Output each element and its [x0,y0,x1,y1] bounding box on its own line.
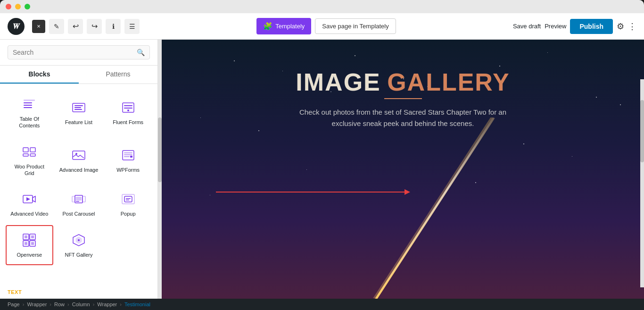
main-layout: 🔍 Blocks Patterns [0,40,644,299]
advanced-image-icon [70,147,87,164]
sidebar-search-area: 🔍 [0,40,157,66]
settings-icon[interactable]: ⚙ [617,21,624,32]
breadcrumb-sep-1: › [23,302,25,307]
content-scrollbar-handle [640,100,644,162]
svg-rect-0 [24,100,35,101]
svg-rect-2 [24,105,32,106]
undo-button[interactable]: ↩ [68,19,83,34]
save-draft-button[interactable]: Save draft [513,23,541,30]
block-item-nft-gallery[interactable]: NFT Gallery [55,225,103,265]
block-item-openverse[interactable]: Openverse [6,225,53,265]
minimize-button[interactable] [15,4,21,9]
close-button[interactable] [6,4,11,9]
sidebar-scrollbar[interactable] [158,40,162,299]
svg-rect-32 [126,198,131,199]
pen-tool-button[interactable]: ✎ [49,19,64,34]
svg-rect-16 [73,151,85,159]
breadcrumb-sep-3: › [67,302,69,307]
breadcrumb-bar: Page › Wrapper › Row › Column › Wrapper … [0,299,644,310]
fluent-forms-icon [120,99,137,116]
red-arrow [216,189,410,195]
toolbar: 𝑾 × ✎ ↩ ↪ ℹ ☰ 🧩 Templately Save page in … [0,13,644,40]
svg-rect-26 [72,196,75,202]
svg-rect-38 [25,235,27,238]
svg-rect-15 [30,154,35,156]
svg-rect-21 [124,156,130,157]
wp-logo: 𝑾 [8,18,25,35]
openverse-icon [21,232,38,249]
sidebar: 🔍 Blocks Patterns [0,40,158,299]
svg-rect-10 [124,108,132,109]
section-label-text: TEXT [0,285,157,299]
preview-button[interactable]: Preview [545,23,566,30]
maximize-button[interactable] [25,4,30,9]
tab-patterns[interactable]: Patterns [79,66,157,84]
templately-button[interactable]: 🧩 Templately [256,18,311,34]
svg-point-44 [78,239,80,241]
info-button[interactable]: ℹ [106,19,121,34]
tab-blocks[interactable]: Blocks [0,66,79,84]
breadcrumb-row[interactable]: Row [54,302,65,307]
block-item-wpforms[interactable]: WPForms [104,137,152,183]
breadcrumb-sep-4: › [93,302,95,307]
more-options-icon[interactable]: ⋮ [628,21,636,32]
svg-rect-22 [130,156,132,158]
svg-rect-3 [24,107,32,108]
title-underline [384,98,422,99]
search-box: 🔍 [8,45,150,59]
woo-product-grid-icon [21,143,38,160]
popup-icon [120,191,137,208]
breadcrumb-wrapper[interactable]: Wrapper [27,302,47,307]
undo-icon: ↩ [73,22,79,31]
svg-rect-5 [74,105,83,106]
svg-rect-7 [74,109,82,110]
breadcrumb-page[interactable]: Page [8,302,20,307]
info-icon: ℹ [112,23,115,30]
block-item-woo-product-grid[interactable]: Woo Product Grid [6,137,53,183]
search-input[interactable] [13,49,137,56]
content-scrollbar[interactable] [640,79,644,287]
svg-rect-19 [124,152,132,153]
content-area: IMAGE GALLERY Check out photos from the … [162,40,644,299]
svg-rect-14 [23,154,28,156]
templately-icon: 🧩 [263,22,272,31]
breadcrumb-sep-2: › [50,302,51,307]
block-item-fluent-forms[interactable]: Fluent Forms [104,90,152,135]
block-item-popup[interactable]: Popup [104,184,152,223]
svg-rect-28 [76,197,82,201]
breadcrumb-testimonial[interactable]: Testimonial [124,302,150,307]
save-page-templately-button[interactable]: Save page in Templately [315,18,396,34]
block-item-advanced-video[interactable]: Advanced Video [6,184,53,223]
advanced-video-icon [21,191,38,208]
arrow-line [216,192,405,193]
svg-point-11 [127,109,129,111]
post-carousel-icon [70,191,87,208]
block-item-feature-list[interactable]: Feature List [55,90,103,135]
breadcrumb-column[interactable]: Column [72,302,90,307]
svg-rect-12 [23,148,28,152]
menu-button[interactable]: ☰ [124,19,140,34]
svg-rect-13 [30,148,35,152]
svg-rect-39 [31,235,34,238]
close-editor-button[interactable]: × [32,20,45,33]
svg-rect-33 [126,200,129,201]
table-of-contents-icon [21,96,38,113]
block-item-advanced-image[interactable]: Advanced Image [55,137,103,183]
svg-rect-6 [74,107,81,108]
pen-icon: ✎ [54,23,59,30]
svg-rect-41 [31,242,34,245]
search-icon: 🔍 [137,49,145,56]
svg-marker-24 [26,197,30,201]
gallery-subtitle: Check out photos from the set of Sacred … [285,107,521,129]
redo-icon: ↪ [91,22,98,31]
blocks-grid: Table Of Contents Feature List [0,84,157,285]
svg-rect-31 [124,196,132,202]
svg-rect-29 [76,201,79,202]
publish-button[interactable]: Publish [570,19,613,34]
svg-rect-9 [124,105,132,106]
block-item-table-of-contents[interactable]: Table Of Contents [6,90,53,135]
breadcrumb-wrapper2[interactable]: Wrapper [97,302,117,307]
redo-button[interactable]: ↪ [87,19,102,34]
sidebar-scrollbar-handle [158,117,162,182]
block-item-post-carousel[interactable]: Post Carousel [55,184,103,223]
